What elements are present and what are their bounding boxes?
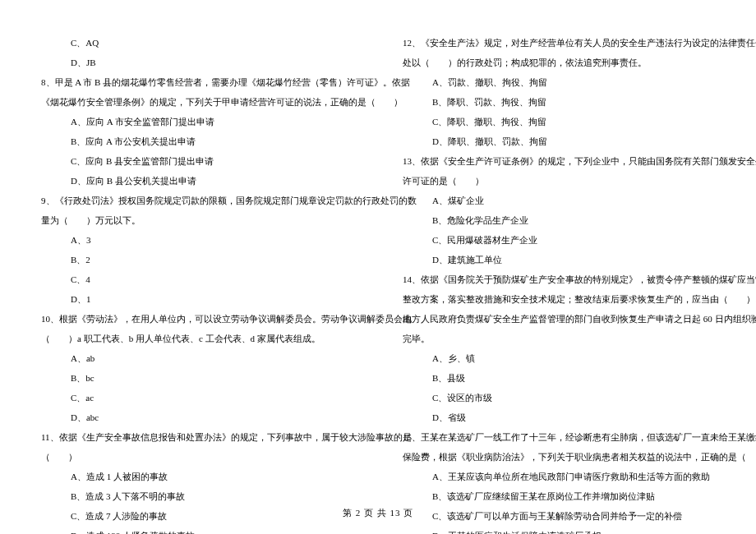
option-text: D、应向 B 县公安机关提出申请: [41, 171, 349, 191]
question-text: 10、根据《劳动法》，在用人单位内，可以设立劳动争议调解委员会。劳动争议调解委员…: [41, 309, 349, 329]
option-text: B、造成 3 人下落不明的事故: [41, 486, 349, 506]
question-text: （ ）: [41, 447, 349, 467]
option-text: D、JB: [41, 53, 349, 72]
option-text: A、罚款、撤职、拘役、拘留: [403, 72, 723, 92]
question-text: 许可证的是（ ）: [403, 171, 723, 191]
question-text: 《烟花爆竹安全管理条例》的规定，下列关于甲申请经营许可证的说法，正确的是（ ）: [41, 92, 349, 112]
option-text: B、降职、罚款、拘役、拘留: [403, 92, 723, 112]
question-text: （ ）a 职工代表、b 用人单位代表、c 工会代表、d 家属代表组成。: [41, 329, 349, 348]
question-text: 完毕。: [403, 329, 723, 348]
option-text: A、3: [41, 230, 349, 250]
option-text: C、民用爆破器材生产企业: [403, 230, 723, 250]
option-text: C、4: [41, 269, 349, 289]
question-text: 整改方案，落实整改措施和安全技术规定；整改结束后要求恢复生产的，应当由（ ）以上: [403, 289, 723, 309]
option-text: D、省级: [403, 407, 723, 427]
option-text: C、AQ: [41, 33, 349, 53]
option-text: B、县级: [403, 368, 723, 388]
question-text: 地方人民政府负责煤矿安全生产监督管理的部门自收到恢复生产申请之日起 60 日内组…: [403, 309, 723, 329]
page-number: 第 2 页 共 13 页: [343, 508, 413, 518]
option-text: D、降职、撤职、罚款、拘留: [403, 131, 723, 151]
question-text: 9、《行政处罚法》授权国务院规定罚款的限额，国务院规定部门规章设定罚款的行政处罚…: [41, 191, 349, 210]
left-column: C、AQD、JB8、甲是 A 市 B 县的烟花爆竹零售经营者，需要办理《烟花爆竹…: [0, 0, 378, 501]
option-text: A、王某应该向单位所在地民政部门申请医疗救助和生活等方面的救助: [403, 467, 723, 486]
option-text: D、abc: [41, 407, 349, 427]
option-text: B、应向 A 市公安机关提出申请: [41, 131, 349, 151]
option-text: D、1: [41, 289, 349, 309]
option-text: C、设区的市级: [403, 388, 723, 407]
option-text: B、危险化学品生产企业: [403, 210, 723, 230]
option-text: C、降职、撤职、拘役、拘留: [403, 112, 723, 131]
option-text: D、建筑施工单位: [403, 250, 723, 269]
right-column: 12、《安全生产法》规定，对生产经营单位有关人员的安全生产违法行为设定的法律责任…: [378, 0, 756, 501]
question-text: 量为（ ）万元以下。: [41, 210, 349, 230]
option-text: A、乡、镇: [403, 348, 723, 368]
option-text: C、ac: [41, 388, 349, 407]
question-text: 处以（ ）的行政处罚；构成犯罪的，依法追究刑事责任。: [403, 53, 723, 72]
question-text: 14、依据《国务院关于预防煤矿生产安全事故的特别规定》，被责令停产整顿的煤矿应当…: [403, 269, 723, 289]
option-text: D、王某的医疗和生活保障由该选矿厂承担: [403, 526, 723, 534]
option-text: C、应向 B 县安全监管部门提出申请: [41, 151, 349, 171]
option-text: D、造成 198 人紧急疏散的事故: [41, 526, 349, 534]
question-text: 11、依据《生产安全事故信息报告和处置办法》的规定，下列事故中，属于较大涉险事故…: [41, 427, 349, 447]
question-text: 保险费，根据《职业病防治法》，下列关于职业病患者相关权益的说法中，正确的是（ ）: [403, 447, 723, 467]
option-text: B、该选矿厂应继续留王某在原岗位工作并增加岗位津贴: [403, 486, 723, 506]
option-text: A、应向 A 市安全监管部门提出申请: [41, 112, 349, 131]
question-text: 15、王某在某选矿厂一线工作了十三年，经诊断患有尘肺病，但该选矿厂一直未给王某缴…: [403, 427, 723, 447]
option-text: B、bc: [41, 368, 349, 388]
page-container: C、AQD、JB8、甲是 A 市 B 县的烟花爆竹零售经营者，需要办理《烟花爆竹…: [0, 0, 756, 501]
option-text: A、煤矿企业: [403, 191, 723, 210]
option-text: A、ab: [41, 348, 349, 368]
option-text: B、2: [41, 250, 349, 269]
option-text: A、造成 1 人被困的事故: [41, 467, 349, 486]
question-text: 13、依据《安全生产许可证条例》的规定，下列企业中，只能由国务院有关部门颁发安全…: [403, 151, 723, 171]
page-footer: 第 2 页 共 13 页: [0, 507, 756, 519]
question-text: 8、甲是 A 市 B 县的烟花爆竹零售经营者，需要办理《烟花爆竹经营（零售）许可…: [41, 72, 349, 92]
question-text: 12、《安全生产法》规定，对生产经营单位有关人员的安全生产违法行为设定的法律责任…: [403, 33, 723, 53]
